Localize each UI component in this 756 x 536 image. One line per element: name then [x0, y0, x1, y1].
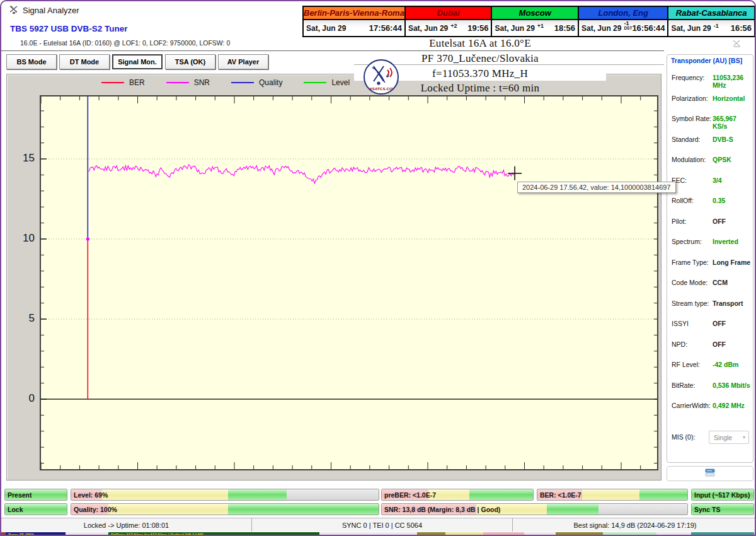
transponder-label: NPD:: [672, 341, 687, 348]
indicator-bar-label: Present: [8, 491, 32, 499]
clock-time-cell: Sat, Jun 2917:56:44: [304, 20, 404, 36]
strip-block: [556, 532, 603, 536]
satellite-title: Eutelsat 16A at 16.0°E: [354, 37, 606, 50]
indicator-bar-lock: Lock: [4, 503, 67, 515]
clock-5: Rabat-CasablancaSat, Jun 29-116:56: [668, 7, 754, 36]
transponder-value: 3/4: [713, 177, 722, 184]
transponder-value: 0.35: [713, 197, 725, 204]
transponder-label: RollOff:: [672, 197, 694, 204]
mode-button-tsa-ok-[interactable]: TSA (OK): [165, 54, 215, 69]
status-sync: SYNC 0 | TEI 0 | CC 5064: [252, 518, 513, 532]
save-button[interactable]: [667, 466, 753, 481]
legend-label: SNR: [194, 78, 210, 87]
transponder-value: OFF: [713, 218, 726, 225]
mode-button-dt-mode[interactable]: DT Mode: [59, 54, 110, 69]
bar-segment-green: [469, 489, 533, 500]
legend-item-level: Level: [304, 78, 350, 87]
indicator-bar-syncts: Sync TS: [691, 503, 754, 515]
transponder-label: CarrierWidth:: [672, 402, 711, 409]
transponder-label: Spectrum:: [672, 238, 702, 245]
transponder-value: Long Frame: [713, 259, 750, 266]
clock-utc-offset: -1: [714, 23, 719, 28]
indicator-bar-label: BER: <1.0E-7: [540, 491, 581, 499]
clock-city-label: London, Eng: [579, 7, 667, 20]
bar-segment-gray: [598, 504, 687, 515]
strip-block: [445, 532, 483, 536]
transponder-label: Frame Type:: [672, 259, 709, 266]
transponder-row-symbol-rate: Symbol Rate:365,967 KS/s: [667, 115, 753, 126]
chart-legend: BERSNRQualityLevel: [101, 78, 350, 87]
clock-time: 16:56: [731, 23, 752, 33]
transponder-row-carrierwidth: CarrierWidth:0,492 MHz: [667, 402, 753, 413]
mis-select[interactable]: Single ▾: [709, 431, 749, 444]
chart-plot-area[interactable]: [40, 95, 658, 470]
transponder-row-issyi: ISSYIOFF: [667, 320, 753, 331]
transponder-label: Standard:: [672, 136, 701, 143]
transponder-label: Code Mode:: [672, 279, 707, 286]
transponder-value: QPSK: [713, 156, 731, 163]
mis-label: MIS (0):: [672, 433, 695, 441]
clock-date: Sat, Jun 29: [408, 24, 448, 33]
legend-label: Level: [331, 78, 350, 87]
mode-buttons: BS ModeDT ModeSignal Mon.TSA (OK)AV Play…: [6, 54, 268, 69]
indicator-bar-label: Lock: [8, 506, 23, 513]
clock-time-cell: Sat, Jun 29-116:56: [668, 20, 754, 36]
transponder-panel: Transponder (AU) [BS] Frequency:11053,23…: [667, 54, 753, 463]
antenna-watermark-icon: [732, 39, 742, 50]
clock-time: 18:56: [554, 23, 575, 33]
legend-item-quality: Quality: [231, 78, 282, 87]
indicator-bar-snr: SNR: 13,8 dB (Margin: 8,3 dB | Good): [381, 503, 688, 515]
indicator-bar-label: Sync TS: [694, 506, 720, 513]
transponder-row-npd: NPD:OFF: [667, 341, 753, 352]
clock-time: 16:56:44: [632, 23, 665, 33]
clock-city-label: Berlin-Paris-Vienna-Roma: [304, 7, 404, 20]
transponder-value: Transport: [713, 300, 743, 307]
transponder-value: DVB-S: [713, 136, 733, 143]
signal-analyzer-window: Signal Analyzer Berlin-Paris-Vienna-Roma…: [0, 0, 756, 536]
y-tick-label-0: 0: [12, 392, 35, 405]
legend-swatch: [101, 82, 124, 83]
disk-icon: [705, 468, 715, 479]
transponder-value: 11053,236 MHz: [713, 74, 753, 89]
bar-segment-yellow: [102, 489, 228, 500]
transponder-value: -42 dBm: [713, 361, 738, 368]
world-clocks: Berlin-Paris-Vienna-RomaSat, Jun 2917:56…: [302, 6, 755, 37]
strip-block: [603, 532, 656, 536]
strip-block: BitRate: 517 Kbps for 517 Kbps | Outbud …: [108, 532, 319, 536]
legend-swatch: [304, 82, 326, 83]
clock-time: 17:56:44: [369, 23, 402, 33]
transponder-row-stream-type: Stream type:Transport: [667, 300, 753, 311]
dxsatcs-logo-text: DXSATCS.COM: [365, 87, 398, 91]
bar-segment-green: [228, 504, 379, 515]
clock-utc-offset: +1: [537, 23, 544, 28]
transponder-row-frame-type: Frame Type:Long Frame: [667, 259, 753, 270]
strip-block: [691, 532, 754, 536]
clock-time-cell: Sat, Jun 29-1DST16:56:44: [579, 20, 667, 36]
indicator-bar-label: Input (~517 Kbps): [694, 491, 750, 499]
indicator-bar-input: Input (~517 Kbps): [691, 489, 754, 501]
clock-2: DubaiSat, Jun 29+219:56: [406, 7, 493, 36]
y-tick-label-5: 5: [12, 312, 35, 325]
legend-label: Quality: [259, 78, 282, 87]
legend-swatch: [166, 82, 189, 83]
satellite-dish-icon: [9, 4, 20, 18]
transponder-label: Polarization:: [672, 95, 708, 102]
clock-utc-offset: +2: [450, 23, 457, 28]
clock-3: MoscowSat, Jun 29+118:56: [492, 7, 579, 36]
mode-button-signal-mon-[interactable]: Signal Mon.: [112, 54, 163, 69]
mis-select-value: Single: [714, 434, 732, 441]
transponder-row-polarization: Polarization:Horizontal: [667, 95, 753, 106]
transponder-row-pilot: Pilot:OFF: [667, 218, 753, 229]
legend-label: BER: [129, 78, 145, 87]
transponder-panel-title: Transponder (AU) [BS]: [671, 57, 742, 64]
legend-item-ber: BER: [101, 78, 145, 87]
clock-time-cell: Sat, Jun 29+219:56: [406, 20, 491, 36]
clock-city-label: Dubai: [406, 7, 491, 20]
mode-button-av-player[interactable]: AV Player: [218, 54, 268, 69]
transponder-label: Stream type:: [672, 300, 709, 307]
transponder-label: Symbol Rate:: [672, 115, 711, 122]
background-window-strip: Trans TS (PSI)BitRate: 517 Kbps for 517 …: [1, 532, 756, 536]
indicator-bar-quality: Quality: 100%: [71, 503, 379, 515]
mode-button-bs-mode[interactable]: BS Mode: [6, 54, 57, 69]
clock-city-label: Moscow: [492, 7, 578, 20]
